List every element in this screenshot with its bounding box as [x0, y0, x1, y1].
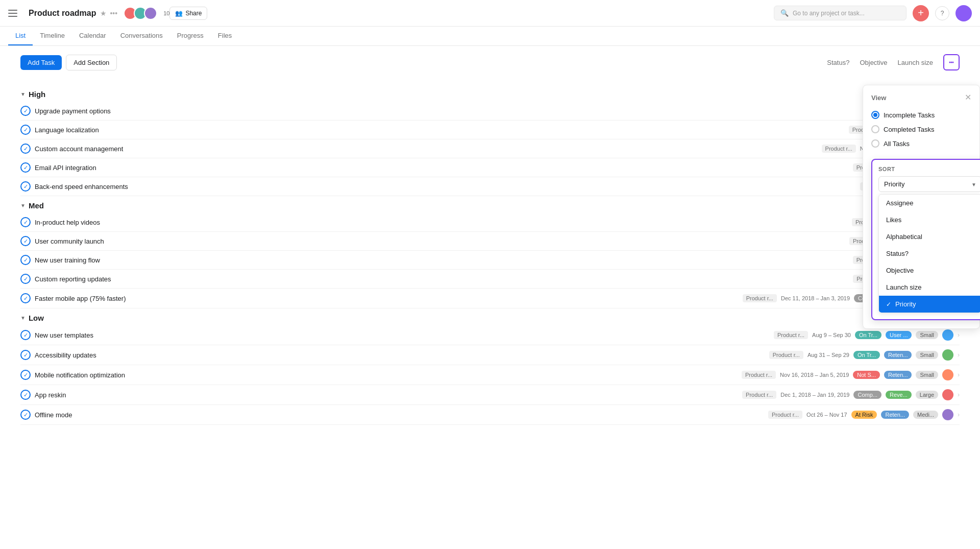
- date-range: Oct 26 – Nov 17: [806, 412, 847, 418]
- table-row: ✓ Upgrade payment options Product r... O…: [20, 102, 960, 121]
- task-checkbox[interactable]: ✓: [20, 125, 31, 135]
- share-button[interactable]: 👥 Share: [169, 7, 207, 20]
- sort-item-status[interactable]: Status?: [879, 245, 980, 262]
- task-meta: Product r... Dec 1, 2018 – Jan 19, 2019 …: [742, 389, 960, 400]
- view-option-incomplete[interactable]: Incomplete Tasks: [871, 108, 971, 122]
- view-option-label: Incomplete Tasks: [884, 111, 935, 119]
- objective-tag: Reten...: [881, 411, 909, 419]
- sort-item-objective[interactable]: Objective: [879, 262, 980, 279]
- menu-icon[interactable]: [8, 6, 22, 20]
- view-option-completed[interactable]: Completed Tasks: [871, 122, 971, 136]
- chevron-down-icon: ▼: [20, 203, 26, 208]
- task-checkbox[interactable]: ✓: [20, 255, 31, 265]
- task-name: Upgrade payment options: [35, 107, 860, 115]
- view-settings-button[interactable]: [943, 54, 960, 70]
- more-options-icon[interactable]: •••: [110, 9, 117, 17]
- expand-icon[interactable]: ›: [958, 351, 960, 359]
- task-name: New user templates: [35, 331, 770, 339]
- close-button[interactable]: ✕: [965, 93, 971, 102]
- launch-size-filter[interactable]: Launch size: [898, 59, 933, 66]
- table-row: ✓ App reskin Product r... Dec 1, 2018 – …: [20, 385, 960, 405]
- date-range: Aug 31 – Sep 29: [807, 352, 849, 358]
- avatar: [942, 349, 953, 361]
- expand-icon[interactable]: ›: [958, 331, 960, 339]
- project-avatars: [124, 7, 157, 20]
- sort-item-alphabetical[interactable]: Alphabetical: [879, 228, 980, 245]
- share-icon: 👥: [175, 10, 183, 17]
- tab-calendar[interactable]: Calendar: [72, 27, 113, 45]
- task-checkbox[interactable]: ✓: [20, 106, 31, 116]
- sort-item-likes[interactable]: Likes: [879, 211, 980, 228]
- section-med-header[interactable]: ▼ Med: [20, 196, 960, 213]
- avatar: [144, 7, 157, 20]
- task-checkbox[interactable]: ✓: [20, 390, 31, 400]
- section-high-label: High: [29, 90, 45, 99]
- user-avatar[interactable]: [955, 5, 972, 21]
- task-name: Offline mode: [35, 411, 764, 419]
- objective-tag: Reten...: [884, 371, 912, 379]
- search-bar[interactable]: 🔍 Go to any project or task...: [774, 6, 906, 20]
- content-toolbar: Add Task Add Section Status? Objective L…: [20, 54, 960, 77]
- task-checkbox[interactable]: ✓: [20, 370, 31, 380]
- task-name: Email API integration: [35, 164, 849, 172]
- table-row: ✓ Custom reporting updates Product r... …: [20, 270, 960, 289]
- sort-item-assignee[interactable]: Assignee: [879, 195, 980, 211]
- sort-item-launch-size[interactable]: Launch size: [879, 279, 980, 296]
- sort-select[interactable]: Priority Assignee Likes Alphabetical: [878, 176, 980, 192]
- table-row: ✓ Back-end speed enhancements Product r.…: [20, 177, 960, 196]
- task-name: Accessibility updates: [35, 351, 765, 359]
- sort-dropdown-list: Assignee Likes Alphabetical Status? Obje…: [878, 194, 980, 313]
- task-name: Language localization: [35, 126, 845, 134]
- tab-timeline[interactable]: Timeline: [33, 27, 72, 45]
- task-checkbox[interactable]: ✓: [20, 236, 31, 246]
- add-task-button[interactable]: Add Task: [20, 55, 62, 70]
- objective-filter[interactable]: Objective: [860, 59, 887, 66]
- task-name: Back-end speed enhancements: [35, 183, 856, 190]
- view-option-all[interactable]: All Tasks: [871, 136, 971, 151]
- task-checkbox[interactable]: ✓: [20, 274, 31, 284]
- table-row: ✓ Mobile notification optimization Produ…: [20, 365, 960, 385]
- add-section-button[interactable]: Add Section: [66, 55, 117, 70]
- tab-list[interactable]: List: [8, 27, 33, 45]
- tab-files[interactable]: Files: [211, 27, 239, 45]
- search-icon: 🔍: [780, 9, 789, 17]
- tab-progress[interactable]: Progress: [170, 27, 211, 45]
- status-filter[interactable]: Status?: [827, 59, 849, 66]
- task-checkbox[interactable]: ✓: [20, 293, 31, 303]
- main-content: Add Task Add Section Status? Objective L…: [0, 46, 980, 542]
- section-high-header[interactable]: ▼ High: [20, 85, 960, 102]
- objective-tag: User ...: [886, 331, 912, 339]
- status-badge: On Tr...: [853, 351, 880, 359]
- radio-completed: [871, 125, 879, 133]
- task-meta: Product r... Oct 26 – Nov 17 At Risk Ret…: [768, 409, 960, 420]
- create-button[interactable]: +: [913, 5, 929, 21]
- sort-item-label: Alphabetical: [886, 233, 922, 241]
- size-tag: Small: [916, 371, 938, 379]
- product-tag: Product r...: [742, 371, 776, 379]
- star-icon[interactable]: ★: [100, 9, 107, 17]
- task-checkbox[interactable]: ✓: [20, 410, 31, 420]
- task-checkbox[interactable]: ✓: [20, 350, 31, 360]
- avatar: [942, 409, 953, 420]
- view-panel-header: View ✕: [871, 93, 971, 102]
- expand-icon[interactable]: ›: [958, 411, 960, 418]
- task-meta: Product r... Aug 9 – Sep 30 On Tr... Use…: [774, 329, 960, 341]
- product-tag: Product r...: [768, 411, 802, 419]
- help-button[interactable]: ?: [935, 6, 949, 20]
- share-label: Share: [185, 10, 202, 17]
- task-checkbox[interactable]: ✓: [20, 181, 31, 192]
- section-low-header[interactable]: ▼ Low: [20, 308, 960, 325]
- task-name: App reskin: [35, 391, 738, 399]
- table-row: ✓ Faster mobile app (75% faster) Product…: [20, 289, 960, 308]
- expand-icon[interactable]: ›: [958, 371, 960, 378]
- tab-conversations[interactable]: Conversations: [113, 27, 170, 45]
- project-title: Product roadmap: [29, 9, 96, 18]
- expand-icon[interactable]: ›: [958, 391, 960, 398]
- task-checkbox[interactable]: ✓: [20, 144, 31, 154]
- task-checkbox[interactable]: ✓: [20, 217, 31, 227]
- table-row: ✓ In-product help videos Product r... Se…: [20, 213, 960, 232]
- task-checkbox[interactable]: ✓: [20, 330, 31, 340]
- sort-item-priority[interactable]: ✓ Priority: [879, 296, 980, 313]
- task-checkbox[interactable]: ✓: [20, 162, 31, 173]
- radio-inner: [873, 113, 877, 117]
